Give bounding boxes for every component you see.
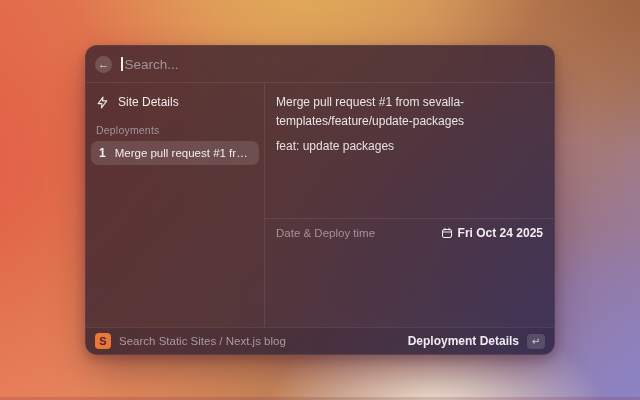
detail-spacer: [265, 246, 554, 327]
sidebar-item-label: Site Details: [118, 95, 179, 109]
enter-key-icon[interactable]: ↵: [527, 334, 545, 349]
palette-footer: S Search Static Sites / Next.js blog Dep…: [86, 327, 554, 354]
palette-body: Site Details Deployments 1 Merge pull re…: [86, 83, 554, 327]
breadcrumb: Search Static Sites / Next.js blog: [119, 335, 286, 347]
date-row: Date & Deploy time Fri Oct 24 2025: [265, 218, 554, 246]
deployment-title: Merge pull request #1 from sevalla-templ…: [276, 93, 543, 131]
search-bar: ←: [86, 46, 554, 83]
back-button[interactable]: ←: [95, 56, 112, 73]
sidebar-item-site-details[interactable]: Site Details: [91, 90, 259, 114]
deploy-date: Fri Oct 24 2025: [441, 226, 543, 240]
date-value: Fri Oct 24 2025: [458, 226, 543, 240]
desktop-wallpaper: ← Site Details Deployments 1 Merge pull …: [0, 0, 640, 400]
zap-icon: [96, 96, 109, 109]
text-cursor: [121, 57, 123, 71]
search-input[interactable]: [125, 57, 546, 72]
date-label: Date & Deploy time: [276, 227, 375, 239]
deployments-section-header: Deployments: [96, 124, 259, 136]
arrow-left-icon: ←: [98, 56, 109, 72]
deployment-details-action[interactable]: Deployment Details: [408, 334, 519, 348]
deployment-list-item[interactable]: 1 Merge pull request #1 from seva...: [91, 141, 259, 165]
results-sidebar: Site Details Deployments 1 Merge pull re…: [86, 83, 265, 327]
sevalla-logo-icon: S: [95, 333, 111, 349]
command-palette-window: ← Site Details Deployments 1 Merge pull …: [85, 45, 555, 355]
detail-panel: Merge pull request #1 from sevalla-templ…: [265, 83, 554, 327]
item-label: Merge pull request #1 from seva...: [115, 147, 251, 159]
detail-body: Merge pull request #1 from sevalla-templ…: [265, 83, 554, 218]
commit-message: feat: update packages: [276, 138, 543, 155]
calendar-icon: [441, 227, 453, 239]
item-index: 1: [99, 146, 106, 160]
logo-letter: S: [99, 335, 106, 347]
